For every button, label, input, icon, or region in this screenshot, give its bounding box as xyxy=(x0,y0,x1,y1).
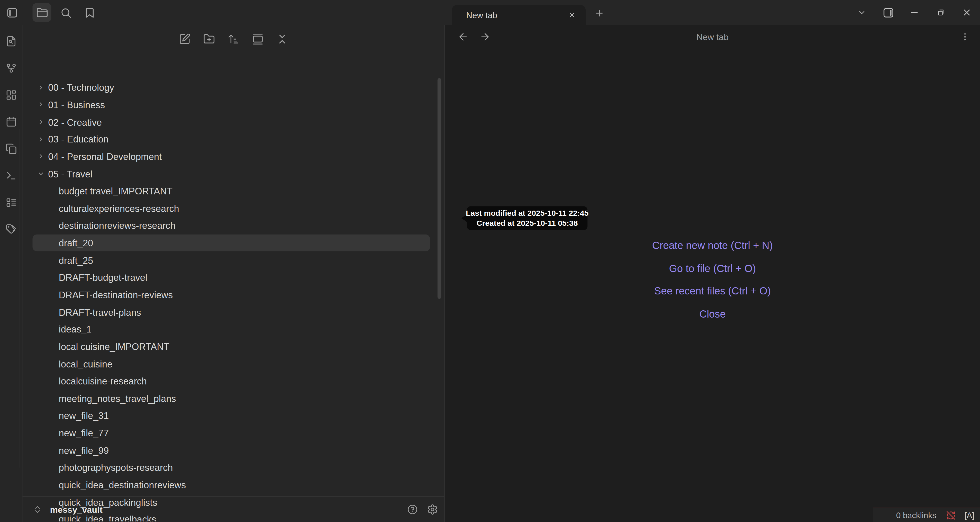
file-item[interactable]: new_file_31 xyxy=(22,407,444,424)
new-folder-button[interactable] xyxy=(201,30,217,47)
folder-item[interactable]: 01 - Business xyxy=(22,96,444,113)
file-item[interactable]: destinationreviews-research xyxy=(22,217,444,234)
backlinks-count[interactable]: 0 backlinks xyxy=(896,511,936,520)
chevron-right-icon xyxy=(38,136,45,143)
vault-name[interactable]: messy_vault xyxy=(50,504,404,514)
file-item[interactable]: quick_idea_destinationreviews xyxy=(22,476,444,493)
titlebar: New tab xyxy=(0,0,980,25)
tab-title: New tab xyxy=(466,10,566,19)
empty-state: Create new note (Ctrl + N) Go to file (C… xyxy=(445,25,980,522)
folder-item-expanded[interactable]: 05 - Travel xyxy=(22,165,444,182)
explorer-scrollbar[interactable] xyxy=(438,78,441,299)
status-bar: 0 backlinks [A] xyxy=(873,508,980,522)
folder-item[interactable]: 03 - Education xyxy=(22,130,444,148)
tab-close-button[interactable] xyxy=(566,9,578,21)
git-fork-icon xyxy=(5,62,17,74)
folder-item[interactable]: 02 - Creative xyxy=(22,113,444,130)
search-tab-button[interactable] xyxy=(56,3,75,22)
new-note-button[interactable] xyxy=(177,30,193,47)
command-palette-button[interactable] xyxy=(2,167,20,185)
file-item[interactable]: new_file_99 xyxy=(22,441,444,459)
chevron-right-icon xyxy=(38,84,45,91)
create-new-note-link[interactable]: Create new note (Ctrl + N) xyxy=(445,239,980,251)
left-sidebar: 00 - Technology 01 - Business 02 - Creat… xyxy=(0,25,444,522)
file-item[interactable]: culturalexperiences-research xyxy=(22,200,444,217)
file-item[interactable]: photographyspots-research xyxy=(22,459,444,476)
help-circle-icon xyxy=(407,504,418,515)
calendar-icon xyxy=(5,116,17,127)
file-search-icon xyxy=(5,36,17,47)
tab-new-tab[interactable]: New tab xyxy=(452,5,585,25)
plus-icon xyxy=(594,8,605,18)
close-link[interactable]: Close xyxy=(445,308,980,320)
file-item[interactable]: localcuisine-research xyxy=(22,372,444,390)
search-icon xyxy=(60,7,72,19)
layout-list-button[interactable] xyxy=(2,194,20,212)
sort-order-button[interactable] xyxy=(225,30,242,47)
close-window-button[interactable] xyxy=(954,0,980,25)
vault-bar: messy_vault xyxy=(22,496,444,522)
layout-list-icon xyxy=(5,197,17,208)
chevron-down-icon xyxy=(858,8,866,17)
file-tooltip: Last modified at 2025-10-11 22:45 Create… xyxy=(467,206,587,230)
terminal-icon xyxy=(5,170,17,181)
file-item[interactable]: local cuisine_IMPORTANT xyxy=(22,338,444,355)
tags-button[interactable] xyxy=(2,221,20,238)
chevrons-down-up-icon xyxy=(276,33,288,45)
folder-item[interactable]: 04 - Personal Development xyxy=(22,148,444,165)
files-tab-button[interactable] xyxy=(32,3,51,22)
file-item[interactable]: budget travel_IMPORTANT xyxy=(22,183,444,200)
file-item[interactable]: DRAFT-destination-reviews xyxy=(22,286,444,304)
bookmarks-tab-button[interactable] xyxy=(80,3,99,22)
sync-off-icon[interactable] xyxy=(946,511,956,520)
vault-switcher-button[interactable] xyxy=(33,505,42,514)
window-controls xyxy=(849,0,980,25)
file-item-selected[interactable]: draft_20 xyxy=(32,234,430,251)
daily-note-button[interactable] xyxy=(2,113,20,130)
folder-item[interactable]: 00 - Technology xyxy=(22,79,444,96)
canvas-button[interactable] xyxy=(2,86,20,103)
titlebar-left-icons xyxy=(0,0,99,25)
change-view-button[interactable] xyxy=(250,30,266,47)
settings-button[interactable] xyxy=(425,501,441,518)
new-tab-button[interactable] xyxy=(593,6,606,20)
file-item[interactable]: draft_25 xyxy=(22,251,444,269)
file-item[interactable]: local_cuisine xyxy=(22,355,444,372)
gallery-vertical-icon xyxy=(252,33,264,45)
tab-list-button[interactable] xyxy=(849,0,875,25)
file-item[interactable]: meeting_notes_travel_plans xyxy=(22,390,444,407)
restore-button[interactable] xyxy=(928,0,954,25)
explorer-toolbar xyxy=(22,25,444,53)
folder-plus-icon xyxy=(203,33,215,45)
go-to-file-link[interactable]: Go to file (Ctrl + O) xyxy=(445,263,980,274)
mode-indicator[interactable]: [A] xyxy=(964,511,974,520)
file-item[interactable]: DRAFT-travel-plans xyxy=(22,304,444,321)
toggle-left-sidebar-button[interactable] xyxy=(3,3,21,22)
collapse-all-button[interactable] xyxy=(274,30,290,47)
templates-button[interactable] xyxy=(2,140,20,158)
main-pane: New tab Create new note (Ctrl + N) Go to… xyxy=(445,25,980,522)
bookmark-icon xyxy=(84,7,95,19)
square-pen-icon xyxy=(179,33,191,45)
file-item[interactable]: DRAFT-budget-travel xyxy=(22,269,444,286)
chevron-right-icon xyxy=(38,153,45,160)
chevron-down-icon xyxy=(38,170,45,177)
toggle-right-sidebar-button[interactable] xyxy=(875,0,901,25)
gear-icon xyxy=(427,504,438,515)
file-item[interactable]: ideas_1 xyxy=(22,321,444,338)
help-button[interactable] xyxy=(404,501,421,518)
see-recent-files-link[interactable]: See recent files (Ctrl + O) xyxy=(445,285,980,297)
quick-switcher-button[interactable] xyxy=(2,32,20,50)
chevrons-up-down-icon xyxy=(33,505,42,514)
close-icon xyxy=(962,8,972,18)
panel-right-icon xyxy=(882,7,894,19)
obsidian-window: New tab xyxy=(0,0,980,522)
graph-view-button[interactable] xyxy=(2,59,20,77)
file-tree: 00 - Technology 01 - Business 02 - Creat… xyxy=(22,79,444,521)
restore-icon xyxy=(935,8,945,18)
minimize-button[interactable] xyxy=(901,0,928,25)
indent-guide xyxy=(19,129,19,468)
sort-ascending-icon xyxy=(228,33,239,45)
file-item[interactable]: new_file_77 xyxy=(22,424,444,441)
tags-icon xyxy=(5,224,17,235)
